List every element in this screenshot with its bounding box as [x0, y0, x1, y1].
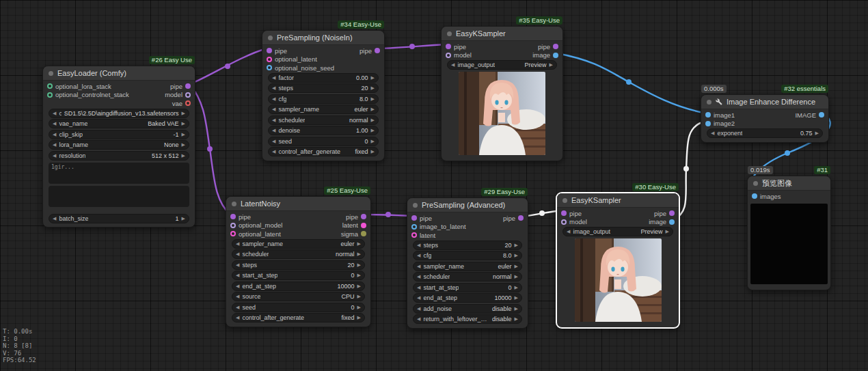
- prev-arrow[interactable]: ◀: [236, 241, 239, 247]
- prev-arrow[interactable]: ◀: [53, 111, 56, 116]
- prev-arrow[interactable]: ◀: [236, 315, 239, 320]
- node-titlebar[interactable]: PreSampling (Advanced): [407, 198, 528, 212]
- next-arrow[interactable]: ▶: [182, 142, 185, 148]
- prev-arrow[interactable]: ◀: [272, 96, 275, 102]
- next-arrow[interactable]: ▶: [357, 294, 361, 299]
- wire-pipe-latentnoisy-to-psadv[interactable]: [365, 215, 411, 216]
- collapse-dot[interactable]: [447, 31, 452, 36]
- node-presampling-advanced[interactable]: #29 Easy-Use PreSampling (Advanced) pipe…: [407, 197, 528, 329]
- wire-pipe-noisein-to-ks35[interactable]: [379, 44, 446, 49]
- output-slot-latent[interactable]: latent: [337, 221, 370, 230]
- node-titlebar[interactable]: EasyKSampler: [442, 27, 562, 41]
- widget-start-at-step[interactable]: ◀start_at_step0▶: [413, 283, 522, 292]
- next-arrow[interactable]: ▶: [371, 96, 375, 102]
- prev-arrow[interactable]: ◀: [417, 295, 420, 301]
- node-easyloader[interactable]: #26 Easy Use EasyLoader (Comfy) optional…: [42, 66, 195, 228]
- prev-arrow[interactable]: ◀: [417, 285, 420, 290]
- collapse-dot[interactable]: [268, 36, 273, 40]
- next-arrow[interactable]: ▶: [357, 315, 361, 320]
- next-arrow[interactable]: ▶: [371, 85, 375, 91]
- widget-lora-name[interactable]: ◀ lora_name None ▶: [49, 140, 189, 150]
- prev-arrow[interactable]: ◀: [417, 264, 420, 269]
- next-arrow[interactable]: ▶: [182, 132, 185, 137]
- output-slot-image[interactable]: image: [528, 51, 562, 60]
- output-slot-pipe[interactable]: pipe: [499, 214, 528, 223]
- prev-arrow[interactable]: ◀: [236, 284, 239, 289]
- node-preview-image[interactable]: 0.019s #31 预览图像 images: [747, 176, 831, 290]
- output-slot-image[interactable]: image: [645, 218, 679, 227]
- widget-end-at-step[interactable]: ◀end_at_step10000▶: [413, 293, 522, 303]
- prev-arrow[interactable]: ◀: [236, 251, 239, 257]
- output-slot-pipe[interactable]: pipe: [528, 42, 562, 51]
- link-dot[interactable]: [626, 79, 632, 85]
- output-slot-pipe[interactable]: pipe: [337, 212, 370, 221]
- prev-arrow[interactable]: ◀: [272, 128, 275, 133]
- widget-cfg[interactable]: ◀cfg8.0▶: [268, 94, 379, 104]
- input-slot-pipe[interactable]: pipe: [557, 209, 591, 218]
- input-slot-optional-latent[interactable]: optional_latent: [262, 55, 338, 64]
- next-arrow[interactable]: ▶: [515, 306, 518, 312]
- next-arrow[interactable]: ▶: [515, 274, 518, 279]
- input-slot-pipe[interactable]: pipe: [226, 212, 286, 221]
- next-arrow[interactable]: ▶: [357, 241, 361, 247]
- prev-arrow[interactable]: ◀: [567, 229, 570, 234]
- widget-exponent[interactable]: ◀exponent0.75▶: [707, 128, 823, 138]
- widget-start-at-step[interactable]: ◀start_at_step0▶: [232, 271, 365, 280]
- prev-arrow[interactable]: ◀: [53, 216, 56, 221]
- prev-arrow[interactable]: ◀: [53, 153, 56, 159]
- link-dot[interactable]: [207, 146, 213, 152]
- widget-steps[interactable]: ◀steps20▶: [232, 260, 365, 270]
- widget-denoise[interactable]: ◀denoise1.00▶: [268, 126, 379, 135]
- next-arrow[interactable]: ▶: [515, 253, 518, 258]
- widget-seed[interactable]: ◀seed0▶: [232, 303, 365, 312]
- prev-arrow[interactable]: ◀: [417, 316, 420, 322]
- input-slot-model[interactable]: model: [557, 218, 591, 227]
- node-titlebar[interactable]: Image Enhance Difference: [701, 95, 828, 109]
- next-arrow[interactable]: ▶: [357, 305, 361, 310]
- next-arrow[interactable]: ▶: [182, 216, 185, 221]
- next-arrow[interactable]: ▶: [515, 316, 518, 322]
- link-dot[interactable]: [785, 150, 790, 156]
- widget-factor[interactable]: ◀factor0.00▶: [268, 73, 379, 83]
- prev-arrow[interactable]: ◀: [711, 130, 714, 136]
- prev-arrow[interactable]: ◀: [236, 294, 239, 299]
- output-slot-pipe[interactable]: pipe: [645, 209, 679, 218]
- widget-cfg[interactable]: ◀cfg8.0▶: [413, 251, 522, 260]
- widget-seed[interactable]: ◀seed0▶: [268, 137, 379, 146]
- widget-batch-size[interactable]: ◀ batch_size 1 ▶: [49, 214, 189, 223]
- prev-arrow[interactable]: ◀: [272, 149, 275, 154]
- widget-return-with-leftover-noise[interactable]: ◀return_with_leftover_noisedisable▶: [413, 314, 522, 324]
- widget-vae-name[interactable]: ◀ vae_name Baked VAE ▶: [49, 119, 189, 128]
- node-image-enhance-difference[interactable]: 0.000s #32 essentials Image Enhance Diff…: [701, 94, 829, 143]
- collapse-dot[interactable]: [413, 203, 418, 208]
- output-slot-sigma[interactable]: sigma: [337, 230, 370, 238]
- link-dot[interactable]: [539, 210, 545, 216]
- widget-scheduler[interactable]: ◀schedulernormal▶: [268, 115, 379, 125]
- collapse-dot[interactable]: [232, 202, 236, 206]
- widget-control-after-generate[interactable]: ◀control_after_generatefixed▶: [232, 313, 365, 322]
- next-arrow[interactable]: ▶: [815, 130, 819, 136]
- collapse-dot[interactable]: [753, 181, 758, 186]
- widget-sampler-name[interactable]: ◀sampler_nameeuler▶: [268, 105, 379, 114]
- widget-steps[interactable]: ◀steps20▶: [268, 83, 379, 93]
- output-slot-pipe[interactable]: pipe: [355, 46, 384, 55]
- output-slot-model[interactable]: model: [161, 91, 195, 100]
- wire-pipe-loader-to-noisein[interactable]: [190, 49, 267, 84]
- prev-arrow[interactable]: ◀: [53, 132, 56, 137]
- next-arrow[interactable]: ▶: [666, 229, 669, 234]
- positive-prompt-textarea[interactable]: 1gir...: [49, 163, 189, 184]
- prev-arrow[interactable]: ◀: [53, 142, 56, 148]
- collapse-dot[interactable]: [562, 198, 567, 203]
- widget-end-at-step[interactable]: ◀end_at_step10000▶: [232, 281, 365, 291]
- input-slot-images[interactable]: images: [748, 192, 785, 201]
- input-slot-latent[interactable]: latent: [407, 231, 470, 240]
- output-slot-pipe[interactable]: pipe: [161, 82, 195, 91]
- next-arrow[interactable]: ▶: [357, 251, 361, 257]
- node-titlebar[interactable]: LatentNoisy: [226, 197, 370, 211]
- next-arrow[interactable]: ▶: [515, 243, 518, 248]
- widget-scheduler[interactable]: ◀schedulernormal▶: [413, 272, 522, 281]
- prev-arrow[interactable]: ◀: [236, 273, 239, 278]
- next-arrow[interactable]: ▶: [550, 62, 553, 68]
- collapse-dot[interactable]: [707, 100, 711, 105]
- next-arrow[interactable]: ▶: [371, 128, 375, 133]
